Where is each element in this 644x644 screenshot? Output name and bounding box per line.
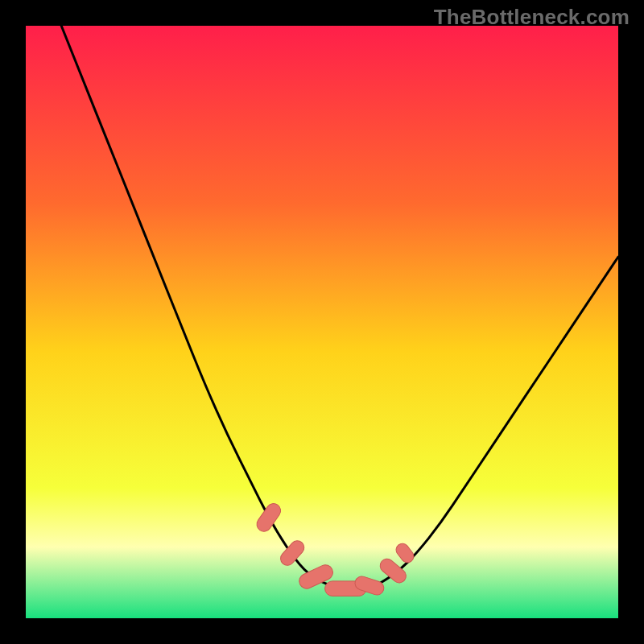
bottleneck-chart	[26, 26, 618, 618]
watermark-text: TheBottleneck.com	[434, 5, 630, 30]
gradient-background	[26, 26, 618, 618]
plot-area	[26, 26, 618, 618]
outer-frame: TheBottleneck.com	[0, 0, 644, 644]
